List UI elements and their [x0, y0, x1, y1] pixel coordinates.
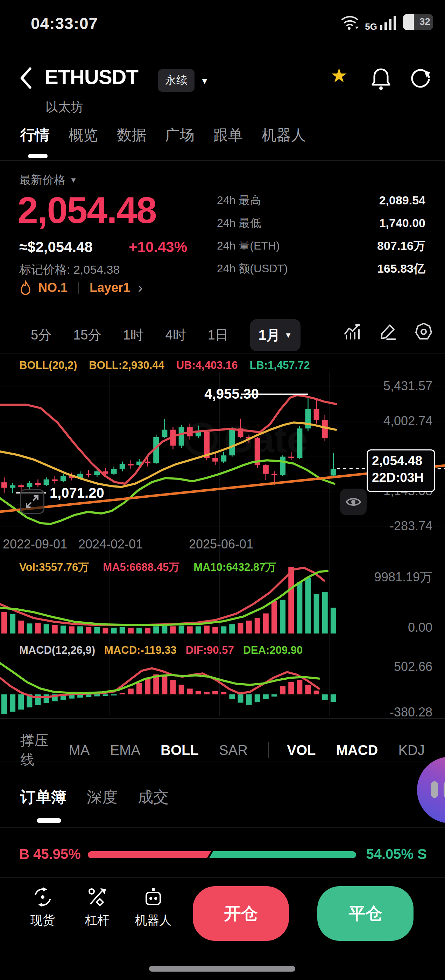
stat-label: 24h 最低: [217, 216, 261, 231]
token-badges[interactable]: NO.1 Layer1 ›: [19, 280, 142, 295]
tab-depth[interactable]: 深度: [87, 787, 118, 807]
indicator-macd[interactable]: MACD: [336, 742, 378, 758]
stat-value: 1,740.00: [379, 216, 425, 230]
timeframe-1d[interactable]: 1日: [208, 326, 229, 344]
home-indicator[interactable]: [149, 966, 295, 972]
tab-overview[interactable]: 概览: [68, 125, 98, 145]
price-type-selector[interactable]: 最新价格 ▼: [19, 172, 77, 188]
category-badge: Layer1: [89, 280, 130, 295]
leverage-icon: [87, 887, 107, 907]
low-annotation: 1,071.20: [50, 485, 104, 501]
tab-market[interactable]: 行情: [20, 125, 50, 145]
indicator-boll[interactable]: BOLL: [161, 742, 199, 758]
tab-square[interactable]: 广场: [165, 125, 194, 145]
indicator-kdj[interactable]: KDJ: [398, 742, 425, 758]
timeframe-5m[interactable]: 5分: [31, 326, 51, 344]
indicator-settings-icon[interactable]: [415, 323, 432, 341]
bot-shortcut[interactable]: 机器人: [132, 887, 174, 929]
tab-orderbook[interactable]: 订单簿: [20, 787, 67, 807]
back-button[interactable]: [18, 66, 33, 90]
close-position-button[interactable]: 平仓: [317, 886, 413, 941]
price-type-caret-icon: ▼: [70, 176, 77, 185]
timeframe-1month-active[interactable]: 1月 ▼: [250, 319, 300, 351]
boll-upper-value: UB:4,403.16: [176, 359, 238, 372]
usd-price: ≈$2,054.48: [19, 239, 93, 256]
boll-mid-value: BOLL:2,930.44: [89, 359, 164, 372]
indicator-ema[interactable]: EMA: [110, 742, 140, 758]
alert-bell-icon[interactable]: [370, 67, 392, 91]
x-axis-label: 2024-02-01: [78, 537, 143, 552]
stat-row: 24h 最低 1,740.00: [217, 212, 425, 234]
tab-trades[interactable]: 成交: [138, 787, 168, 807]
stat-row: 24h 量(ETH) 807.16万: [217, 234, 425, 257]
indicator-vol[interactable]: VOL: [287, 742, 316, 758]
shortcut-label: 杠杆: [85, 912, 110, 929]
indicator-ma[interactable]: MA: [68, 742, 89, 758]
boll-indicator-labels[interactable]: BOLL(20,2) BOLL:2,930.44 UB:4,403.16 LB:…: [19, 359, 310, 372]
stat-value: 2,089.54: [379, 194, 425, 207]
sell-side-letter: S: [417, 846, 427, 862]
battery-fill: [403, 14, 414, 30]
contract-type-badge[interactable]: 永续: [158, 69, 194, 92]
timeframe-4h[interactable]: 4时: [165, 326, 186, 344]
share-icon[interactable]: [410, 67, 432, 90]
symbol-subtitle: 以太坊: [46, 99, 83, 116]
stat-value: 165.83亿: [377, 261, 425, 277]
eye-visibility-button[interactable]: [340, 488, 367, 515]
divider: [0, 718, 445, 719]
long-short-bar-buy: [88, 851, 211, 858]
open-position-button[interactable]: 开仓: [193, 886, 289, 941]
price-type-label: 最新价格: [19, 172, 65, 188]
last-price: 2,054.48: [17, 189, 156, 231]
timeframe-1h[interactable]: 1时: [123, 326, 143, 344]
chevron-right-icon: ›: [138, 282, 142, 294]
boll-lower-value: LB:1,457.72: [250, 359, 310, 372]
dea-value: DEA:209.90: [243, 644, 303, 657]
bot-eye-icon: [443, 781, 445, 798]
sell-ratio-label: 54.05% S: [353, 846, 427, 862]
stat-row: 24h 最高 2,089.54: [217, 189, 425, 212]
macd-axis-min: -380.28: [356, 705, 432, 720]
battery-percent: 32: [420, 16, 430, 27]
vol-ma10-value: MA10:6432.87万: [194, 560, 276, 575]
vol-value: Vol:3557.76万: [19, 560, 89, 575]
contract-dropdown-caret-icon[interactable]: ▼: [200, 76, 209, 86]
mark-price: 标记价格: 2,054.38: [19, 262, 120, 278]
status-icons: 5G 32: [340, 14, 433, 30]
indicator-support-resistance[interactable]: 撑压线: [20, 731, 48, 769]
volume-axis-min: 0.00: [356, 620, 432, 635]
divider: [0, 762, 445, 762]
tab-data[interactable]: 数据: [117, 125, 146, 145]
draw-pencil-icon[interactable]: [379, 323, 397, 340]
fullscreen-expand-button[interactable]: [20, 489, 44, 514]
stat-label: 24h 最高: [217, 193, 261, 208]
buy-side-letter: B: [19, 846, 29, 862]
wifi-icon: [340, 14, 359, 30]
timeframe-bar: 5分 15分 1时 4时 1日 1月 ▼: [31, 319, 300, 351]
shortcut-label: 现货: [30, 912, 55, 929]
tab-copy-trading[interactable]: 跟单: [213, 125, 243, 145]
vol-ma5-value: MA5:6688.45万: [103, 560, 180, 575]
long-short-bar-sell: [209, 851, 356, 858]
current-price-box[interactable]: 2,054.48 22D:03H: [367, 449, 435, 492]
hot-rank-badge: NO.1: [38, 280, 68, 295]
chart-style-icon[interactable]: [343, 323, 361, 340]
tab-bots[interactable]: 机器人: [262, 125, 306, 145]
stat-label: 24h 额(USDT): [217, 261, 288, 277]
change-percent: +10.43%: [129, 239, 187, 256]
volume-indicator-labels[interactable]: Vol:3557.76万 MA5:6688.45万 MA10:6432.87万: [19, 560, 276, 575]
favorite-star-icon[interactable]: ★: [330, 66, 348, 85]
indicator-sar[interactable]: SAR: [219, 742, 248, 758]
candle-countdown: 22D:03H: [372, 469, 434, 486]
shortcut-label: 机器人: [135, 912, 172, 929]
timeframe-15m[interactable]: 15分: [73, 326, 101, 344]
buy-percent: 45.95%: [33, 846, 81, 862]
spot-shortcut[interactable]: 现货: [22, 887, 64, 929]
cellular-icon: 5G: [365, 14, 397, 30]
divider: [0, 160, 445, 161]
y-axis-label: 4,002.74: [356, 414, 432, 428]
macd-value: MACD:-119.33: [104, 644, 177, 657]
macd-indicator-labels[interactable]: MACD(12,26,9) MACD:-119.33 DIF:90.57 DEA…: [19, 644, 303, 657]
margin-shortcut[interactable]: 杠杆: [76, 887, 118, 929]
flame-icon: [19, 280, 32, 295]
